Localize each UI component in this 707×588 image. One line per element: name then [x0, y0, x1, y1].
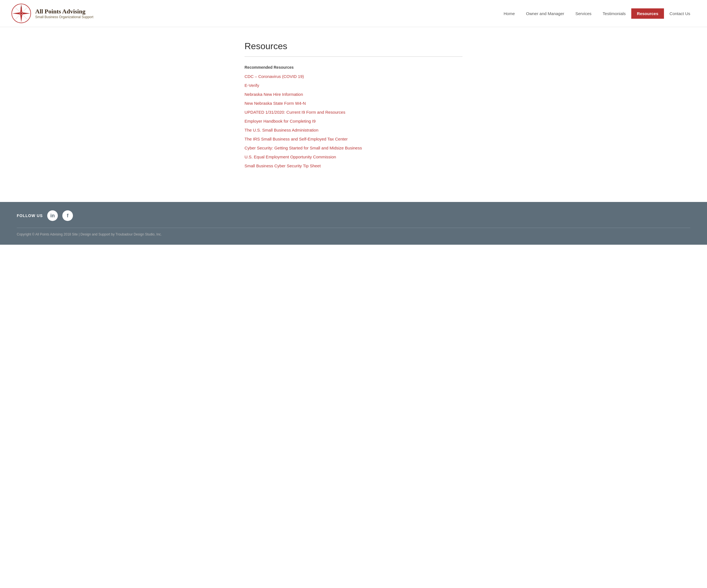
- list-item: UPDATED 1/31/2020: Current I9 Form and R…: [244, 110, 463, 115]
- site-header: All Points Advising Small Business Organ…: [0, 0, 707, 27]
- footer-divider: [17, 228, 690, 228]
- list-item: Small Business Cyber Security Tip Sheet: [244, 164, 463, 168]
- facebook-icon[interactable]: f: [62, 210, 73, 221]
- list-item: E-Verify: [244, 83, 463, 88]
- svg-marker-2: [20, 14, 22, 22]
- section-label: Recommended Resources: [244, 65, 463, 70]
- main-nav: Home Owner and Manager Services Testimon…: [498, 8, 696, 19]
- list-item: CDC – Coronavirus (COVID 19): [244, 74, 463, 79]
- nav-home[interactable]: Home: [498, 8, 520, 19]
- footer-top: FOLLOW US in f: [17, 210, 690, 221]
- follow-us-label: FOLLOW US: [17, 213, 43, 218]
- nav-contact-us[interactable]: Contact Us: [664, 8, 696, 19]
- resource-link-irs[interactable]: The IRS Small Business and Self-Employed…: [244, 137, 348, 141]
- logo-text: All Points Advising Small Business Organ…: [35, 8, 93, 19]
- nav-resources[interactable]: Resources: [631, 8, 664, 19]
- resource-list: CDC – Coronavirus (COVID 19) E-Verify Ne…: [244, 74, 463, 168]
- nav-owner-manager[interactable]: Owner and Manager: [520, 8, 570, 19]
- logo-icon: [11, 3, 31, 24]
- logo-subtitle: Small Business Organizational Support: [35, 15, 93, 19]
- list-item: U.S. Equal Employment Opportunity Commis…: [244, 154, 463, 160]
- resource-link-ne-w4n[interactable]: New Nebraska State Form W4-N: [244, 101, 306, 106]
- nav-services[interactable]: Services: [570, 8, 597, 19]
- resource-link-eeoc[interactable]: U.S. Equal Employment Opportunity Commis…: [244, 154, 336, 159]
- list-item: New Nebraska State Form W4-N: [244, 101, 463, 106]
- linkedin-icon[interactable]: in: [47, 210, 58, 221]
- list-item: Nebraska New Hire Information: [244, 92, 463, 97]
- list-item: Employer Handbook for Completing I9: [244, 119, 463, 124]
- footer-copyright: Copyright © All Points Advising 2018 Sit…: [17, 233, 690, 236]
- site-footer: FOLLOW US in f Copyright © All Points Ad…: [0, 202, 707, 245]
- main-content: Resources Recommended Resources CDC – Co…: [228, 41, 479, 168]
- svg-marker-3: [12, 12, 21, 14]
- resource-link-i9[interactable]: UPDATED 1/31/2020: Current I9 Form and R…: [244, 110, 345, 114]
- resource-link-employer-handbook[interactable]: Employer Handbook for Completing I9: [244, 119, 315, 124]
- resource-link-sba[interactable]: The U.S. Small Business Administration: [244, 128, 318, 132]
- page-title: Resources: [244, 41, 463, 51]
- logo-title: All Points Advising: [35, 8, 93, 15]
- resource-link-cdc[interactable]: CDC – Coronavirus (COVID 19): [244, 74, 304, 79]
- svg-marker-4: [22, 12, 30, 14]
- resource-link-cyber-security[interactable]: Cyber Security: Getting Started for Smal…: [244, 145, 362, 150]
- list-item: The U.S. Small Business Administration: [244, 128, 463, 133]
- resource-link-ne-newhire[interactable]: Nebraska New Hire Information: [244, 92, 303, 97]
- resource-link-cyber-tip-sheet[interactable]: Small Business Cyber Security Tip Sheet: [244, 164, 321, 168]
- list-item: Cyber Security: Getting Started for Smal…: [244, 145, 463, 150]
- logo-area: All Points Advising Small Business Organ…: [11, 3, 93, 24]
- list-item: The IRS Small Business and Self-Employed…: [244, 137, 463, 142]
- nav-testimonials[interactable]: Testimonials: [597, 8, 632, 19]
- resource-link-everify[interactable]: E-Verify: [244, 83, 259, 88]
